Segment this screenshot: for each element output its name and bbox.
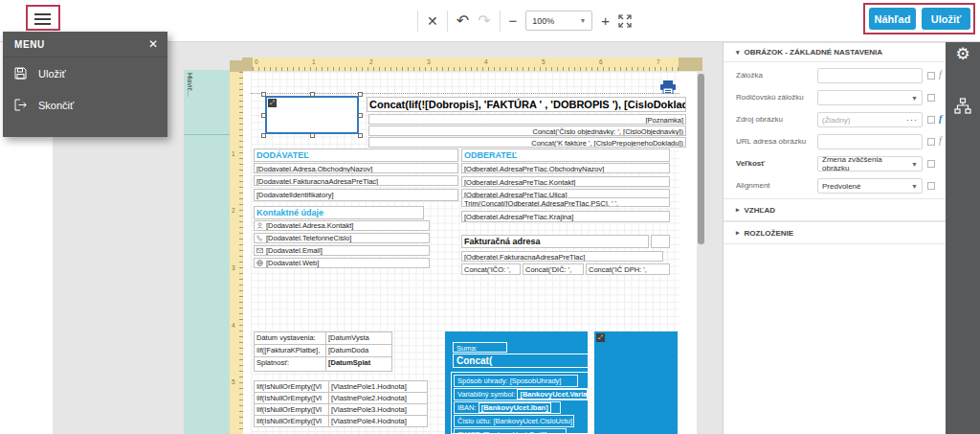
billing-address-field[interactable]: [Odberatel.FakturacnaAdresaPreTlac] <box>461 251 663 262</box>
properties-gear-icon[interactable]: ⚙ <box>946 44 980 64</box>
linked-invoice-field[interactable]: Concat('K faktúre ', [CisloPrepojenehoDo… <box>368 137 686 148</box>
contact-header[interactable]: Kontaktné údaje <box>254 206 424 219</box>
icdph-field[interactable]: Concat('IČ DPH: ', <box>586 263 670 275</box>
payment-details-group[interactable]: Spôsob úhrady: [SposobUhrady] Variabilný… <box>451 372 590 434</box>
velkost-select[interactable]: Zmena zväčšenia obrázku ▼ <box>817 156 923 171</box>
supplier-identifiers-field[interactable]: [DodavatelIdentifikatory] <box>254 189 458 201</box>
supplier-address-field[interactable]: [Dodavatel.FakturacnaAdresaPreTlac] <box>254 175 458 186</box>
rodicovska-select[interactable]: ▼ <box>817 90 923 105</box>
swift-row[interactable]: SWIFT: [BankovyUcet.Swift] <box>454 428 567 434</box>
menu-item-save[interactable]: Uložiť <box>3 57 167 89</box>
report-title-expression[interactable]: Concat(Iif(![Dobropis], 'FAKTÚRA ' , 'DO… <box>367 97 686 112</box>
zalozka-input[interactable] <box>817 68 923 83</box>
preview-button[interactable]: Náhľad <box>869 8 916 30</box>
empty-cell[interactable] <box>651 235 670 248</box>
date-delivery-value[interactable]: [DatumDoda <box>325 344 392 357</box>
contact-email-row[interactable]: [Dodavatel.Email] <box>254 245 430 256</box>
payment-method-row[interactable]: Spôsob úhrady: [SposobUhrady] <box>454 375 578 387</box>
properties-section-header[interactable]: ▾ OBRÁZOK - ZÁKLADNÉ NASTAVENIA <box>724 42 946 62</box>
date-due-label[interactable]: Splatnosť: <box>254 356 326 372</box>
suma-label[interactable]: Suma: <box>453 342 507 353</box>
menu-item-label: Uložiť <box>38 68 66 80</box>
report-page[interactable]: ⤢ Concat(Iif(![Dobropis], 'FAKTÚRA ' , '… <box>243 72 697 434</box>
contact-web-row[interactable]: [Dodavatel.Web] <box>254 258 430 268</box>
resize-handle[interactable] <box>261 92 266 97</box>
property-checkbox[interactable] <box>927 138 935 146</box>
contact-person-row[interactable]: [Dodavatel.Adresa.Kontakt] <box>254 220 430 231</box>
customer-zip-field[interactable]: Trim(Concat([Odberatel.AdresaPreTlac.PSC… <box>461 197 670 207</box>
close-icon[interactable]: ✕ <box>148 37 158 51</box>
supplier-header[interactable]: DODÁVATEĽ <box>254 148 458 162</box>
supplier-name-field[interactable]: [Dodavatel.Adresa.ObchodnyNazov] <box>254 163 458 173</box>
note-field[interactable]: [Poznamka] <box>368 114 686 125</box>
browse-button[interactable]: ··· <box>906 115 918 125</box>
fx-icon-active[interactable]: f <box>939 113 942 124</box>
fx-icon[interactable]: f <box>939 135 942 146</box>
order-number-field[interactable]: Concat('Číslo objednávky: ', [CisloObjed… <box>368 126 686 136</box>
delete-icon[interactable]: ✕ <box>427 14 438 28</box>
section-vzhlad[interactable]: ▸ VZHĽAD <box>724 198 947 221</box>
ruler-number: 5 <box>542 58 546 65</box>
section-rozlozenie[interactable]: ▸ ROZLOŽENIE <box>724 221 947 244</box>
save-button[interactable]: Uložiť <box>922 8 970 30</box>
fx-icon[interactable]: f <box>939 69 942 80</box>
account-number-row[interactable]: Číslo účtu: [BankovyUcet.CisloUctu] <box>454 415 574 427</box>
redo-icon[interactable]: ↷ <box>478 13 490 29</box>
resize-handle[interactable] <box>310 133 315 138</box>
iban-row[interactable]: IBAN: [BankovyUcet.Iban] <box>454 401 561 414</box>
date-due-value[interactable]: [DatumSplat <box>325 356 392 372</box>
report-tree-icon[interactable] <box>954 98 971 115</box>
ico-field[interactable]: Concat('IČO: ', <box>461 263 521 275</box>
hamburger-menu-button[interactable] <box>33 11 54 28</box>
customer-contact-field[interactable]: [Odberatel.AdresaPreTlac.Kontakt] <box>461 176 670 187</box>
property-label: Rodičovskú záložku <box>736 93 804 102</box>
resize-handle[interactable] <box>358 113 363 118</box>
date-issued-value[interactable]: [DatumVysta <box>325 331 392 345</box>
property-checkbox[interactable] <box>927 182 935 190</box>
fullscreen-icon[interactable] <box>618 14 632 28</box>
date-issued-label[interactable]: Dátum vystavenia: <box>254 331 326 345</box>
ruler-number: 3 <box>427 58 431 65</box>
total-expression[interactable]: Concat( <box>453 354 589 368</box>
custom-field-value[interactable]: [VlastnePole4.Hodnota] <box>328 415 428 427</box>
customer-country-field[interactable]: [Odberatel.AdresaPreTlac.Krajina] <box>461 211 670 222</box>
property-checkbox[interactable] <box>927 72 935 80</box>
report-designer: Hlavič... 0 1 2 3 4 5 6 7 1 2 3 4 5 <box>0 0 980 434</box>
menu-item-exit[interactable]: Skončiť <box>3 89 167 121</box>
zoom-in-icon[interactable]: + <box>601 13 610 28</box>
zoom-out-icon[interactable]: − <box>509 13 518 28</box>
selected-image-element[interactable]: ⤢ <box>265 96 359 134</box>
property-checkbox[interactable] <box>927 94 935 102</box>
payment-summary-panel[interactable]: Suma: Concat( Spôsob úhrady: [SposobUhra… <box>445 331 588 434</box>
contact-phone-row[interactable]: [Dodavatel.TelefonneCislo] <box>254 233 430 243</box>
resize-handle[interactable] <box>358 133 363 138</box>
property-checkbox[interactable] <box>927 116 935 124</box>
resize-handle[interactable] <box>310 92 315 97</box>
custom-field-label[interactable]: Iif(IsNullOrEmpty([Vl <box>254 415 329 427</box>
resize-handle[interactable] <box>358 92 363 97</box>
billing-address-header[interactable]: Fakturačná adresa <box>461 235 649 248</box>
date-delivery-label[interactable]: Iif([FakturaKPlatbe], <box>254 344 326 357</box>
resize-handle[interactable] <box>261 133 266 138</box>
save-icon <box>13 67 28 80</box>
expand-icon: ▸ <box>736 206 740 214</box>
ruler-number: 4 <box>232 322 235 329</box>
resize-handle[interactable] <box>261 113 266 118</box>
customer-header[interactable]: ODBERATEĽ <box>461 148 670 162</box>
band-divider <box>184 134 231 135</box>
alignment-select[interactable]: Predvolené ▼ <box>817 178 923 194</box>
web-icon <box>256 260 263 266</box>
property-row-zdroj: Zdroj obrázku (Žiadny) ··· f <box>724 109 947 131</box>
url-adresa-input[interactable] <box>817 134 923 149</box>
canvas-vertical-scrollbar[interactable] <box>698 74 704 244</box>
customer-name-field[interactable]: [Odberatel.AdresaPreTlac.ObchodnyNazov] <box>461 163 670 173</box>
variable-symbol-row[interactable]: Variabilný symbol: [BankovyUcet.Variabil <box>454 388 588 400</box>
property-checkbox[interactable] <box>927 160 935 168</box>
payment-image-box[interactable]: ⤢ <box>594 331 678 434</box>
zdroj-obrazku-browse[interactable]: (Žiadny) ··· <box>817 112 923 127</box>
undo-icon[interactable]: ↶ <box>457 13 469 29</box>
ruler-number: 2 <box>232 207 235 214</box>
dic-field[interactable]: Concat('DIČ: ', <box>523 263 584 275</box>
zoom-level-select[interactable]: 100% ▼ <box>525 11 592 31</box>
band-header-strip[interactable]: Hlavič... <box>184 70 231 434</box>
